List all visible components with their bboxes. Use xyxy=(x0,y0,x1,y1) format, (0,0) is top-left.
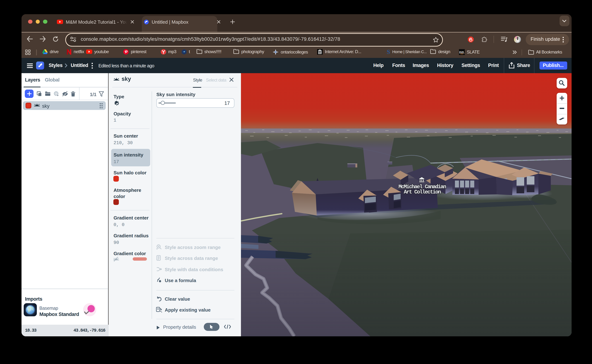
svg-text:D2L: D2L xyxy=(459,50,464,54)
svg-text:Art Collection: Art Collection xyxy=(404,189,441,195)
